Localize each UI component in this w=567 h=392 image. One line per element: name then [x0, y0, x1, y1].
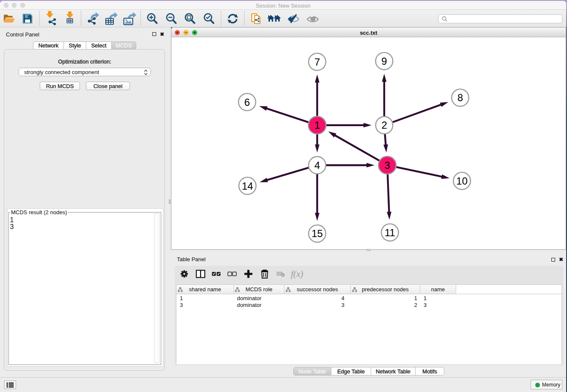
svg-text:1: 1: [314, 119, 320, 131]
svg-text:f(x): f(x): [291, 269, 303, 279]
svg-text:3: 3: [385, 160, 390, 171]
svg-text:15: 15: [311, 228, 323, 239]
svg-text:6: 6: [244, 97, 250, 108]
svg-text:9: 9: [381, 55, 387, 67]
svg-text:2: 2: [381, 119, 387, 131]
svg-text:14: 14: [242, 180, 253, 192]
svg-text:4: 4: [314, 160, 320, 171]
svg-text:11: 11: [385, 227, 395, 238]
svg-text:8: 8: [457, 92, 463, 103]
svg-text:7: 7: [314, 56, 320, 68]
svg-text:10: 10: [456, 175, 468, 187]
